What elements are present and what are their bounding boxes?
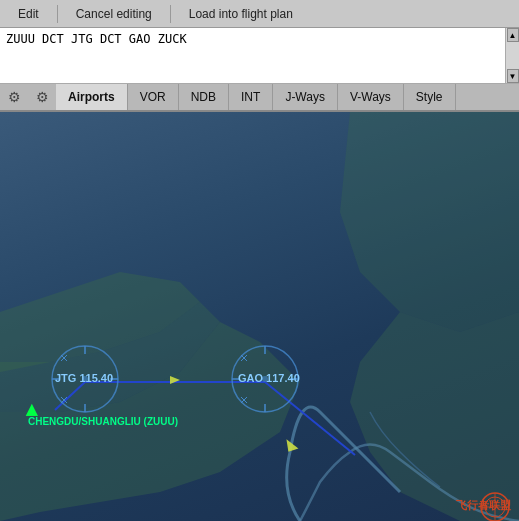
vor-label-gao: GAO 117.40 — [238, 372, 300, 384]
settings-icon-1[interactable]: ⚙ — [3, 86, 25, 108]
vor-label-jtg: JTG 115.40 — [55, 372, 113, 384]
route-svg — [0, 112, 519, 521]
airport-marker-zuuu: ▶ — [21, 404, 40, 416]
nav-tabs: ⚙ ⚙ Airports VOR NDB INT J-Ways V-Ways S… — [0, 84, 519, 112]
gear-icon-1: ⚙ — [8, 89, 21, 105]
settings-icon-2[interactable]: ⚙ — [31, 86, 53, 108]
scrollbar-right: ▲ ▼ — [505, 28, 519, 83]
watermark-logo — [479, 491, 511, 521]
tab-style[interactable]: Style — [404, 84, 456, 110]
svg-marker-9 — [281, 439, 299, 455]
airport-label-zuuu: CHENGDU/SHUANGLIU (ZUUU) — [28, 416, 178, 427]
tab-vor[interactable]: VOR — [128, 84, 179, 110]
toolbar: Edit Cancel editing Load into flight pla… — [0, 0, 519, 28]
tab-jways[interactable]: J-Ways — [273, 84, 338, 110]
scrollbar-up-button[interactable]: ▲ — [507, 28, 519, 42]
load-flightplan-button[interactable]: Load into flight plan — [171, 3, 311, 25]
gear-icon-2: ⚙ — [36, 89, 49, 105]
tab-vways[interactable]: V-Ways — [338, 84, 404, 110]
edit-button[interactable]: Edit — [0, 3, 57, 25]
cancel-editing-button[interactable]: Cancel editing — [58, 3, 170, 25]
tab-int[interactable]: INT — [229, 84, 273, 110]
flightplan-input[interactable]: ZUUU DCT JTG DCT GAO ZUCK — [0, 28, 505, 74]
tab-ndb[interactable]: NDB — [179, 84, 229, 110]
scrollbar-down-button[interactable]: ▼ — [507, 69, 519, 83]
tab-airports[interactable]: Airports — [56, 84, 128, 110]
flightplan-area: ZUUU DCT JTG DCT GAO ZUCK ▲ ▼ — [0, 28, 519, 84]
map-area[interactable]: JTG 115.40 GAO 117.40 CHENGDU/SHUANGLIU … — [0, 112, 519, 521]
watermark: 飞行者联盟 — [456, 498, 511, 513]
